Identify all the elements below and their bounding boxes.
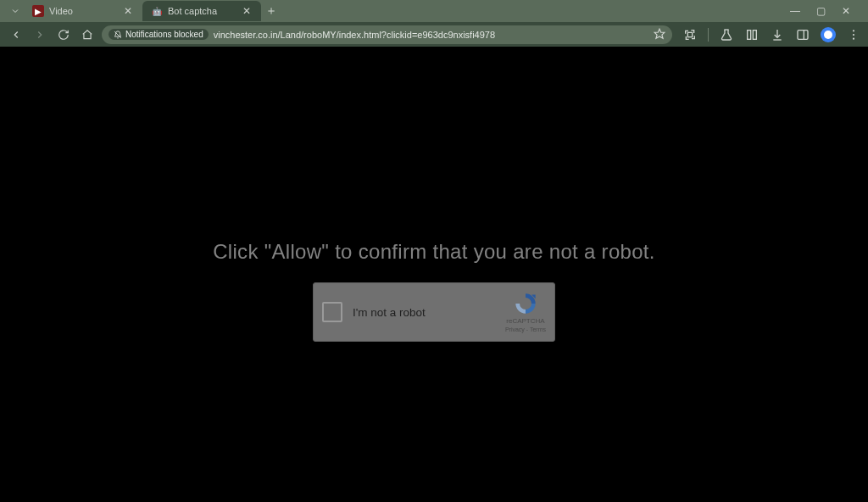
new-tab-button[interactable]: ＋ [261,1,281,21]
recaptcha-brand-links[interactable]: Privacy - Terms [505,326,546,332]
tab-video[interactable]: ▶ Video ✕ [24,1,142,21]
forward-button[interactable] [31,25,49,44]
bell-slash-icon [114,31,122,39]
tab-close-button[interactable]: ✕ [122,5,134,17]
svg-point-9 [853,30,854,31]
tab-bot-captcha[interactable]: 🤖 Bot captcha ✕ [142,1,261,21]
minimize-button[interactable]: ― [788,4,802,18]
recaptcha-widget[interactable]: I'm not a robot reCAPTCHA Privacy - Term… [313,282,555,342]
recaptcha-brand: reCAPTCHA Privacy - Terms [505,292,546,332]
maximize-button[interactable]: ▢ [814,4,827,18]
tab-title: Video [49,6,117,16]
svg-rect-4 [748,30,751,39]
tab-strip: ▶ Video ✕ 🤖 Bot captcha ✕ ＋ ― ▢ ✕ [0,0,868,22]
side-panel-button[interactable] [795,27,810,42]
profile-button[interactable] [821,27,836,42]
toolbar-actions [677,27,861,42]
url-text: vinchester.co.in/Land/roboMY/index.html?… [214,30,648,40]
menu-button[interactable] [846,27,861,42]
svg-point-10 [853,33,854,35]
favicon-bot-captcha: 🤖 [151,5,163,17]
browser-chrome: ▶ Video ✕ 🤖 Bot captcha ✕ ＋ ― ▢ ✕ [0,0,868,47]
tab-title: Bot captcha [168,6,236,16]
page-content: Click "Allow" to confirm that you are no… [0,47,868,502]
svg-rect-7 [798,30,808,39]
labs-button[interactable] [719,27,734,42]
toolbar-divider [708,28,709,42]
back-button[interactable] [7,25,25,44]
home-button[interactable] [78,25,97,44]
notifications-label: Notifications blocked [125,30,203,39]
recaptcha-brand-name: reCAPTCHA [506,317,544,325]
downloads-button[interactable] [770,27,785,42]
tab-close-button[interactable]: ✕ [241,5,253,17]
reload-button[interactable] [54,25,73,44]
bookmark-star-icon[interactable] [654,28,665,42]
notifications-blocked-chip[interactable]: Notifications blocked [108,29,209,40]
svg-rect-2 [687,32,692,36]
svg-rect-5 [753,30,756,39]
window-controls: ― ▢ ✕ [788,4,861,18]
avatar-icon [821,27,836,42]
favicon-video: ▶ [32,5,44,17]
svg-point-11 [853,37,854,39]
svg-marker-1 [654,29,665,38]
tabs-dropdown-button[interactable] [7,3,24,20]
toolbar: Notifications blocked vinchester.co.in/L… [0,22,868,47]
extensions-button[interactable] [682,27,698,42]
close-window-button[interactable]: ✕ [839,4,853,18]
reading-list-button[interactable] [744,27,760,42]
recaptcha-label: I'm not a robot [353,306,495,319]
address-bar[interactable]: Notifications blocked vinchester.co.in/L… [102,25,672,44]
headline-text: Click "Allow" to confirm that you are no… [213,240,655,264]
recaptcha-logo-icon [514,292,537,315]
recaptcha-checkbox[interactable] [322,302,342,322]
